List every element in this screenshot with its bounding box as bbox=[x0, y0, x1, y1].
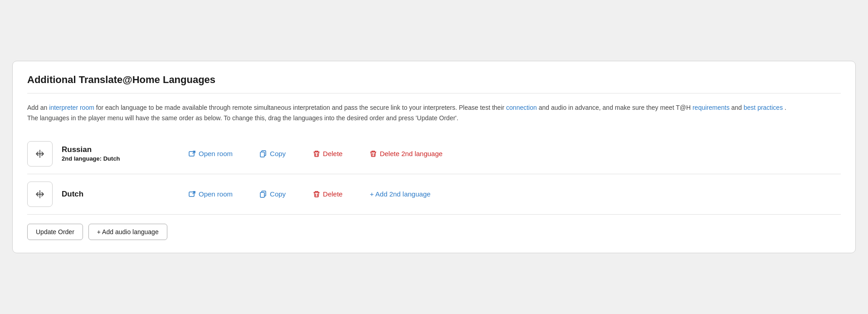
actions-russian: Open room Copy Delete bbox=[189, 150, 841, 157]
actions-dutch: Open room Copy Delete + Add 2nd l bbox=[189, 190, 841, 198]
lang-info-dutch: Dutch bbox=[62, 190, 152, 199]
delete-label-russian: Delete bbox=[323, 150, 342, 157]
description-text: Add an interpreter room for each languag… bbox=[27, 103, 841, 123]
language-row-russian: Russian 2nd language: Dutch Open room bbox=[27, 134, 841, 174]
desc-line2: The languages in the player menu will ha… bbox=[27, 114, 458, 122]
copy-label-dutch: Copy bbox=[270, 190, 286, 198]
drag-handle-russian[interactable] bbox=[27, 141, 53, 167]
delete-label-dutch: Delete bbox=[323, 190, 342, 198]
drag-handle-dutch[interactable] bbox=[27, 182, 53, 207]
desc-part5: . bbox=[785, 104, 786, 111]
desc-part3: and audio in advance, and make sure they… bbox=[539, 104, 692, 111]
open-room-label-russian: Open room bbox=[199, 150, 233, 157]
card-title: Additional Translate@Home Languages bbox=[27, 74, 841, 93]
svg-rect-5 bbox=[260, 192, 264, 197]
open-room-button-dutch[interactable]: Open room bbox=[189, 190, 233, 198]
delete-button-russian[interactable]: Delete bbox=[313, 150, 342, 157]
footer-actions: Update Order + Add audio language bbox=[27, 224, 841, 240]
language-row-dutch: Dutch Open room Copy bbox=[27, 174, 841, 215]
main-card: Additional Translate@Home Languages Add … bbox=[12, 61, 856, 253]
delete-2nd-button-russian[interactable]: Delete 2nd language bbox=[370, 150, 442, 157]
desc-part2: for each language to be made available t… bbox=[96, 104, 506, 111]
copy-label-russian: Copy bbox=[270, 150, 286, 157]
interpreter-room-link[interactable]: interpreter room bbox=[49, 104, 94, 111]
svg-rect-0 bbox=[189, 152, 194, 156]
copy-button-russian[interactable]: Copy bbox=[260, 150, 286, 157]
lang-name-russian: Russian bbox=[62, 145, 152, 154]
svg-rect-2 bbox=[260, 152, 264, 157]
add-2nd-label-dutch: + Add 2nd language bbox=[370, 190, 430, 198]
desc-part1: Add an bbox=[27, 104, 49, 111]
delete-2nd-label-russian: Delete 2nd language bbox=[380, 150, 442, 157]
svg-rect-3 bbox=[189, 192, 194, 196]
languages-list: Russian 2nd language: Dutch Open room bbox=[27, 134, 841, 215]
requirements-link[interactable]: requirements bbox=[692, 104, 730, 111]
desc-part4: and bbox=[731, 104, 744, 111]
lang-name-dutch: Dutch bbox=[62, 190, 152, 199]
best-practices-link[interactable]: best practices bbox=[744, 104, 783, 111]
copy-button-dutch[interactable]: Copy bbox=[260, 190, 286, 198]
lang-second-russian: 2nd language: Dutch bbox=[62, 155, 152, 162]
delete-button-dutch[interactable]: Delete bbox=[313, 190, 342, 198]
lang-info-russian: Russian 2nd language: Dutch bbox=[62, 145, 152, 162]
open-room-label-dutch: Open room bbox=[199, 190, 233, 198]
open-room-button-russian[interactable]: Open room bbox=[189, 150, 233, 157]
update-order-button[interactable]: Update Order bbox=[27, 224, 83, 240]
connection-link[interactable]: connection bbox=[506, 104, 537, 111]
add-2nd-button-dutch[interactable]: + Add 2nd language bbox=[370, 190, 430, 198]
add-audio-language-button[interactable]: + Add audio language bbox=[88, 224, 167, 240]
